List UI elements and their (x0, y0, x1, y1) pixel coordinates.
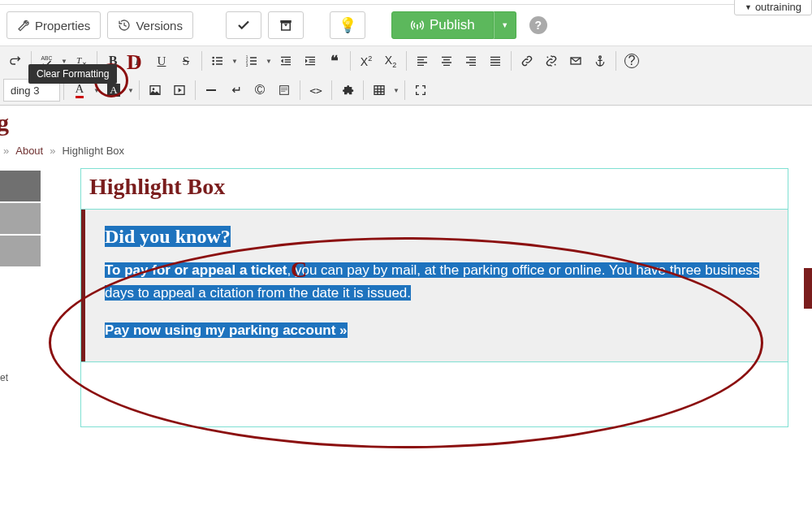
properties-label: Properties (35, 19, 90, 32)
svg-rect-17 (280, 86, 289, 95)
highlight-box-link[interactable]: Pay now using my parking account » (105, 322, 348, 339)
table-button[interactable] (367, 78, 391, 102)
bullet-list-dropdown[interactable]: ▼ (230, 49, 240, 73)
bullet-list-icon (211, 54, 224, 67)
breadcrumb-about[interactable]: About (15, 145, 43, 157)
link-text: Pay now using my parking account » (105, 322, 348, 338)
publish-button[interactable]: Publish (391, 11, 494, 39)
underline-button[interactable]: U (149, 49, 174, 73)
fullscreen-icon (414, 84, 427, 97)
align-left-icon (416, 54, 429, 67)
unlink-button[interactable] (539, 49, 564, 73)
wrench-icon (17, 19, 30, 32)
publish-label: Publish (430, 17, 475, 33)
sidebar-preview: et (0, 171, 49, 383)
versions-label: Versions (136, 19, 183, 32)
puzzle-icon (341, 84, 354, 97)
numbered-list-button[interactable]: 123 (240, 49, 264, 73)
table-icon (373, 84, 386, 97)
hint-button[interactable]: 💡 (330, 11, 365, 39)
table-dropdown[interactable]: ▼ (391, 78, 401, 102)
outdent-button[interactable] (274, 49, 298, 73)
bg-color-icon: A (107, 84, 119, 97)
para-bold: To pay for or appeal a ticket (105, 262, 287, 278)
publish-dropdown[interactable]: ▼ (494, 11, 516, 39)
highlight-box-heading: Did you know? (105, 226, 231, 247)
command-bar: Properties Versions 💡 Publish ▼ ? (0, 5, 812, 46)
breadcrumb: » About » Highlight Box (3, 145, 124, 157)
envelope-icon (569, 54, 582, 67)
bg-color-dropdown[interactable]: ▼ (126, 78, 136, 102)
subscript-button[interactable]: X2 (378, 49, 403, 73)
superscript-button[interactable]: X2 (354, 49, 378, 73)
strikethrough-button[interactable]: S (174, 49, 198, 73)
heading-label: ding 3 (11, 84, 39, 97)
media-icon (173, 84, 186, 97)
snippet-button[interactable] (272, 78, 296, 102)
help-icon: ? (624, 54, 639, 68)
text-color-icon: A (76, 82, 84, 98)
align-right-button[interactable] (459, 49, 483, 73)
bullet-list-button[interactable] (205, 49, 230, 73)
svg-point-6 (212, 57, 214, 59)
outdent-icon (279, 54, 292, 67)
svg-point-15 (153, 88, 155, 90)
image-button[interactable] (143, 78, 167, 102)
align-center-button[interactable] (434, 49, 459, 73)
svg-point-13 (599, 56, 602, 58)
svg-point-8 (212, 63, 214, 66)
check-icon (236, 18, 251, 32)
tooltip: Clear Formatting (28, 64, 117, 84)
page-title-fragment: g (0, 109, 9, 136)
highlight-box-paragraph: To pay for or appeal a ticket, you can p… (105, 259, 768, 305)
broadcast-icon (410, 18, 425, 32)
numbered-list-dropdown[interactable]: ▼ (264, 49, 274, 73)
versions-button[interactable]: Versions (107, 11, 193, 39)
help-tb-button[interactable]: ? (620, 49, 644, 73)
svg-text:3: 3 (246, 63, 248, 67)
media-button[interactable] (167, 78, 192, 102)
indent-button[interactable] (298, 49, 322, 73)
underline-icon: U (158, 54, 166, 68)
snippet-icon (278, 84, 291, 97)
redo-button[interactable] (3, 49, 28, 73)
hr-icon (205, 84, 218, 97)
align-left-button[interactable] (410, 49, 434, 73)
sidebar-item (0, 236, 41, 266)
mailto-button[interactable] (564, 49, 588, 73)
code-icon: <> (309, 84, 322, 97)
horizontal-rule-button[interactable] (199, 78, 223, 102)
clear-formatting-button[interactable]: T✕ Clear Formatting (69, 49, 93, 73)
archive-button[interactable] (268, 11, 304, 39)
unlink-icon (545, 54, 558, 67)
link-icon (520, 54, 533, 67)
editor-toolbar-row2: ding 3 A ▼ A ▼ © <> ▼ (0, 76, 812, 105)
history-icon (118, 19, 131, 32)
indent-icon (304, 54, 317, 67)
content-editable-region[interactable]: Highlight Box Did you know? To pay for o… (81, 169, 788, 426)
source-button[interactable]: <> (304, 78, 328, 102)
subscript-icon: X2 (385, 54, 396, 69)
blockquote-button[interactable]: ❝ (322, 49, 347, 73)
svg-text:ABC: ABC (41, 55, 53, 61)
help-button[interactable]: ? (529, 16, 547, 34)
save-check-button[interactable] (226, 11, 261, 39)
svg-point-7 (212, 60, 214, 63)
quote-icon: ❝ (330, 52, 339, 70)
link-button[interactable] (515, 49, 539, 73)
breadcrumb-sep: » (3, 145, 9, 157)
user-dropdown[interactable]: ▼ outraining (734, 0, 812, 15)
anchor-button[interactable] (588, 49, 612, 73)
anchor-icon (594, 54, 607, 67)
component-button[interactable] (335, 78, 360, 102)
chevron-down-icon: ▼ (501, 21, 508, 29)
line-break-button[interactable] (223, 78, 248, 102)
copyright-button[interactable]: © (248, 78, 272, 102)
align-justify-button[interactable] (483, 49, 508, 73)
highlight-box[interactable]: Did you know? To pay for or appeal a tic… (81, 210, 788, 361)
strikethrough-icon: S (183, 54, 189, 68)
properties-button[interactable]: Properties (6, 11, 101, 39)
fullscreen-button[interactable] (408, 78, 433, 102)
svg-rect-18 (374, 86, 384, 95)
sidebar-cutoff-label: et (0, 372, 49, 383)
